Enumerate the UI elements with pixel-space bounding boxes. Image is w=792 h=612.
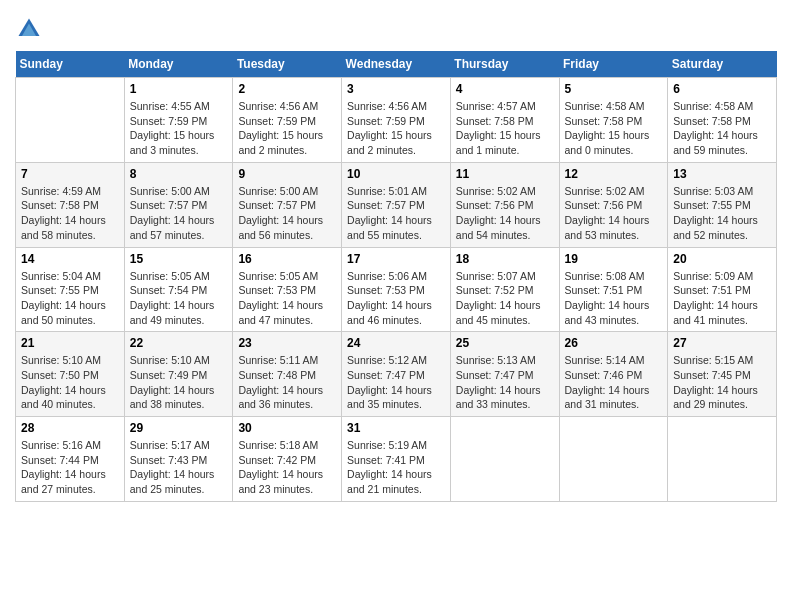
day-number: 23 xyxy=(238,336,336,350)
day-info: Sunrise: 5:02 AMSunset: 7:56 PMDaylight:… xyxy=(456,184,554,243)
day-number: 27 xyxy=(673,336,771,350)
day-info: Sunrise: 5:19 AMSunset: 7:41 PMDaylight:… xyxy=(347,438,445,497)
day-cell: 21Sunrise: 5:10 AMSunset: 7:50 PMDayligh… xyxy=(16,332,125,417)
day-info: Sunrise: 5:06 AMSunset: 7:53 PMDaylight:… xyxy=(347,269,445,328)
day-number: 20 xyxy=(673,252,771,266)
day-cell: 5Sunrise: 4:58 AMSunset: 7:58 PMDaylight… xyxy=(559,78,668,163)
week-row-5: 28Sunrise: 5:16 AMSunset: 7:44 PMDayligh… xyxy=(16,417,777,502)
day-number: 2 xyxy=(238,82,336,96)
day-number: 19 xyxy=(565,252,663,266)
day-number: 14 xyxy=(21,252,119,266)
day-cell: 14Sunrise: 5:04 AMSunset: 7:55 PMDayligh… xyxy=(16,247,125,332)
day-info: Sunrise: 5:02 AMSunset: 7:56 PMDaylight:… xyxy=(565,184,663,243)
week-row-3: 14Sunrise: 5:04 AMSunset: 7:55 PMDayligh… xyxy=(16,247,777,332)
day-number: 29 xyxy=(130,421,228,435)
day-info: Sunrise: 4:57 AMSunset: 7:58 PMDaylight:… xyxy=(456,99,554,158)
day-cell: 19Sunrise: 5:08 AMSunset: 7:51 PMDayligh… xyxy=(559,247,668,332)
day-cell xyxy=(450,417,559,502)
day-cell xyxy=(668,417,777,502)
day-cell: 24Sunrise: 5:12 AMSunset: 7:47 PMDayligh… xyxy=(342,332,451,417)
logo-icon xyxy=(15,15,43,43)
day-cell: 29Sunrise: 5:17 AMSunset: 7:43 PMDayligh… xyxy=(124,417,233,502)
page-header xyxy=(15,15,777,43)
header-tuesday: Tuesday xyxy=(233,51,342,78)
day-info: Sunrise: 4:56 AMSunset: 7:59 PMDaylight:… xyxy=(238,99,336,158)
day-number: 15 xyxy=(130,252,228,266)
day-cell: 18Sunrise: 5:07 AMSunset: 7:52 PMDayligh… xyxy=(450,247,559,332)
header-friday: Friday xyxy=(559,51,668,78)
day-number: 1 xyxy=(130,82,228,96)
day-cell: 15Sunrise: 5:05 AMSunset: 7:54 PMDayligh… xyxy=(124,247,233,332)
day-info: Sunrise: 5:18 AMSunset: 7:42 PMDaylight:… xyxy=(238,438,336,497)
day-info: Sunrise: 5:00 AMSunset: 7:57 PMDaylight:… xyxy=(238,184,336,243)
week-row-1: 1Sunrise: 4:55 AMSunset: 7:59 PMDaylight… xyxy=(16,78,777,163)
header-sunday: Sunday xyxy=(16,51,125,78)
day-info: Sunrise: 4:58 AMSunset: 7:58 PMDaylight:… xyxy=(673,99,771,158)
day-info: Sunrise: 5:08 AMSunset: 7:51 PMDaylight:… xyxy=(565,269,663,328)
day-cell: 17Sunrise: 5:06 AMSunset: 7:53 PMDayligh… xyxy=(342,247,451,332)
day-number: 16 xyxy=(238,252,336,266)
day-info: Sunrise: 5:11 AMSunset: 7:48 PMDaylight:… xyxy=(238,353,336,412)
day-number: 26 xyxy=(565,336,663,350)
day-cell: 22Sunrise: 5:10 AMSunset: 7:49 PMDayligh… xyxy=(124,332,233,417)
day-number: 10 xyxy=(347,167,445,181)
day-number: 13 xyxy=(673,167,771,181)
day-info: Sunrise: 5:05 AMSunset: 7:53 PMDaylight:… xyxy=(238,269,336,328)
day-number: 3 xyxy=(347,82,445,96)
day-cell: 12Sunrise: 5:02 AMSunset: 7:56 PMDayligh… xyxy=(559,162,668,247)
day-cell: 9Sunrise: 5:00 AMSunset: 7:57 PMDaylight… xyxy=(233,162,342,247)
day-info: Sunrise: 4:56 AMSunset: 7:59 PMDaylight:… xyxy=(347,99,445,158)
logo xyxy=(15,15,47,43)
day-number: 5 xyxy=(565,82,663,96)
header-thursday: Thursday xyxy=(450,51,559,78)
day-number: 31 xyxy=(347,421,445,435)
day-cell: 10Sunrise: 5:01 AMSunset: 7:57 PMDayligh… xyxy=(342,162,451,247)
day-number: 9 xyxy=(238,167,336,181)
day-cell: 6Sunrise: 4:58 AMSunset: 7:58 PMDaylight… xyxy=(668,78,777,163)
day-number: 28 xyxy=(21,421,119,435)
day-cell xyxy=(16,78,125,163)
week-row-2: 7Sunrise: 4:59 AMSunset: 7:58 PMDaylight… xyxy=(16,162,777,247)
day-cell: 4Sunrise: 4:57 AMSunset: 7:58 PMDaylight… xyxy=(450,78,559,163)
header-monday: Monday xyxy=(124,51,233,78)
day-info: Sunrise: 5:13 AMSunset: 7:47 PMDaylight:… xyxy=(456,353,554,412)
day-cell: 31Sunrise: 5:19 AMSunset: 7:41 PMDayligh… xyxy=(342,417,451,502)
day-number: 12 xyxy=(565,167,663,181)
day-info: Sunrise: 5:16 AMSunset: 7:44 PMDaylight:… xyxy=(21,438,119,497)
day-info: Sunrise: 5:10 AMSunset: 7:49 PMDaylight:… xyxy=(130,353,228,412)
day-cell: 28Sunrise: 5:16 AMSunset: 7:44 PMDayligh… xyxy=(16,417,125,502)
day-info: Sunrise: 5:04 AMSunset: 7:55 PMDaylight:… xyxy=(21,269,119,328)
day-cell: 13Sunrise: 5:03 AMSunset: 7:55 PMDayligh… xyxy=(668,162,777,247)
day-info: Sunrise: 5:01 AMSunset: 7:57 PMDaylight:… xyxy=(347,184,445,243)
day-info: Sunrise: 5:09 AMSunset: 7:51 PMDaylight:… xyxy=(673,269,771,328)
day-info: Sunrise: 5:12 AMSunset: 7:47 PMDaylight:… xyxy=(347,353,445,412)
day-cell xyxy=(559,417,668,502)
day-cell: 16Sunrise: 5:05 AMSunset: 7:53 PMDayligh… xyxy=(233,247,342,332)
day-number: 30 xyxy=(238,421,336,435)
day-info: Sunrise: 5:00 AMSunset: 7:57 PMDaylight:… xyxy=(130,184,228,243)
day-cell: 1Sunrise: 4:55 AMSunset: 7:59 PMDaylight… xyxy=(124,78,233,163)
day-info: Sunrise: 5:15 AMSunset: 7:45 PMDaylight:… xyxy=(673,353,771,412)
calendar-table: SundayMondayTuesdayWednesdayThursdayFrid… xyxy=(15,51,777,502)
week-row-4: 21Sunrise: 5:10 AMSunset: 7:50 PMDayligh… xyxy=(16,332,777,417)
day-cell: 2Sunrise: 4:56 AMSunset: 7:59 PMDaylight… xyxy=(233,78,342,163)
day-number: 6 xyxy=(673,82,771,96)
day-info: Sunrise: 5:17 AMSunset: 7:43 PMDaylight:… xyxy=(130,438,228,497)
day-cell: 7Sunrise: 4:59 AMSunset: 7:58 PMDaylight… xyxy=(16,162,125,247)
day-number: 7 xyxy=(21,167,119,181)
day-cell: 3Sunrise: 4:56 AMSunset: 7:59 PMDaylight… xyxy=(342,78,451,163)
day-number: 24 xyxy=(347,336,445,350)
day-cell: 30Sunrise: 5:18 AMSunset: 7:42 PMDayligh… xyxy=(233,417,342,502)
day-info: Sunrise: 5:07 AMSunset: 7:52 PMDaylight:… xyxy=(456,269,554,328)
day-info: Sunrise: 5:05 AMSunset: 7:54 PMDaylight:… xyxy=(130,269,228,328)
day-cell: 20Sunrise: 5:09 AMSunset: 7:51 PMDayligh… xyxy=(668,247,777,332)
day-number: 11 xyxy=(456,167,554,181)
day-number: 22 xyxy=(130,336,228,350)
day-info: Sunrise: 5:10 AMSunset: 7:50 PMDaylight:… xyxy=(21,353,119,412)
day-cell: 11Sunrise: 5:02 AMSunset: 7:56 PMDayligh… xyxy=(450,162,559,247)
day-cell: 23Sunrise: 5:11 AMSunset: 7:48 PMDayligh… xyxy=(233,332,342,417)
day-info: Sunrise: 4:59 AMSunset: 7:58 PMDaylight:… xyxy=(21,184,119,243)
day-cell: 26Sunrise: 5:14 AMSunset: 7:46 PMDayligh… xyxy=(559,332,668,417)
header-wednesday: Wednesday xyxy=(342,51,451,78)
day-cell: 25Sunrise: 5:13 AMSunset: 7:47 PMDayligh… xyxy=(450,332,559,417)
